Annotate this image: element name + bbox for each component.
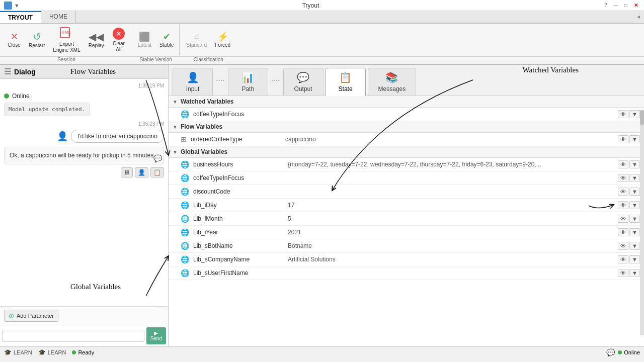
clear-all-button[interactable]: ✕ ClearAll	[109, 26, 129, 55]
global-var-row-libiday: 🌐 Lib_iDay 17 👁 ▼	[169, 199, 644, 212]
app-icon	[4, 2, 12, 10]
restart-button[interactable]: ↺ Restart	[25, 30, 48, 51]
restore-button[interactable]: □	[622, 2, 630, 10]
close-button[interactable]: ✕ Close	[4, 30, 24, 50]
expand-btn-liy[interactable]: ▼	[629, 228, 640, 236]
bot-message-area: Ok, a cappuccino will be ready for picku…	[4, 147, 164, 164]
watch-btn-liy[interactable]: 👁	[618, 228, 628, 236]
watch-btn-lscn[interactable]: 👁	[618, 255, 628, 263]
clear-label: ClearAll	[113, 41, 125, 53]
scrollbar-track[interactable]	[640, 110, 644, 335]
forced-button[interactable]: ⚡ Forced	[211, 30, 234, 50]
tab-tryout[interactable]: TRYOUT	[0, 11, 41, 23]
dialog-input[interactable]	[2, 330, 144, 342]
watch-btn-lid[interactable]: 👁	[618, 201, 628, 209]
tab-input[interactable]: 👤 Input	[173, 68, 213, 96]
stable-button[interactable]: ✔ Stable	[156, 30, 177, 50]
ready-dot	[72, 350, 76, 354]
close-icon: ✕	[11, 32, 18, 41]
watch-btn-1[interactable]: 👁	[618, 110, 628, 118]
expand-btn-ctf[interactable]: ▼	[629, 174, 640, 182]
send-button[interactable]: ▶ Send	[146, 327, 166, 344]
replay-button[interactable]: ◀◀ Replay	[85, 30, 108, 51]
dialog-menu-icon: ☰	[4, 67, 11, 76]
close-button[interactable]: ✕	[632, 2, 640, 10]
globe-icon-dc: 🌐	[181, 188, 189, 196]
titlebar-left: ▼	[4, 2, 20, 10]
help-button[interactable]: ?	[602, 2, 610, 10]
global-variables-header[interactable]: ▼ Global Variables	[169, 146, 644, 158]
flow-arrow: ▼	[173, 124, 178, 130]
send-label: Send	[150, 336, 162, 341]
flow-var-value-1: cappuccino	[285, 136, 614, 143]
globe-icon-lim: 🌐	[181, 215, 189, 223]
scrollbar-thumb[interactable]	[640, 110, 644, 125]
user-message-bubble: 👤 I'd like to order an cappuccino	[4, 130, 164, 143]
messages-icon: 📚	[385, 71, 398, 83]
state-icon: 📋	[339, 71, 352, 83]
ready-label: Ready	[78, 349, 94, 355]
flow-variables-header[interactable]: ▼ Flow Variables	[169, 121, 644, 133]
globe-icon-1: 🌐	[181, 110, 189, 118]
watch-btn-ctf[interactable]: 👁	[618, 174, 628, 182]
variables-panel: ▼ Watched Variables 🌐 coffeeTypeInFocus …	[169, 96, 644, 346]
expand-btn-dc[interactable]: ▼	[629, 188, 640, 196]
expand-btn-lim[interactable]: ▼	[629, 215, 640, 223]
tab-state[interactable]: 📋 State	[326, 68, 366, 96]
globe-icon-lsufn: 🌐	[181, 269, 189, 277]
titlebar: ▼ Tryout ? ─ □ ✕	[0, 0, 644, 11]
expand-btn-bh[interactable]: ▼	[629, 160, 640, 168]
classification-label: Classification	[194, 57, 223, 62]
bot-bubble: Ok, a cappuccino will be ready for picku…	[4, 147, 164, 164]
tab-path[interactable]: 📊 Path	[228, 68, 268, 96]
input-label: Input	[186, 85, 200, 93]
export-engine-button[interactable]: XML ↓ Export Engine XML	[49, 25, 84, 55]
minimize-button[interactable]: ─	[612, 2, 620, 10]
expand-btn-lid[interactable]: ▼	[629, 201, 640, 209]
dialog-params: ⊕ Add Parameter	[0, 306, 168, 325]
dialog-messages: 1:35:19 PM Online Model update completed…	[0, 79, 168, 306]
latest-button[interactable]: ⬛ Latest	[134, 30, 155, 50]
connector-2: ····	[270, 68, 281, 96]
status-text: Online	[12, 93, 30, 100]
standard-button[interactable]: ≡ Standard	[183, 30, 210, 50]
global-var-name-lsufn: Lib_sUserFirstName	[193, 269, 284, 277]
tab-output[interactable]: 💬 Output	[283, 68, 324, 96]
global-var-row-libsuserfirstname: 🌐 Lib_sUserFirstName 👁 ▼	[169, 266, 644, 280]
watch-btn-dc[interactable]: 👁	[618, 188, 628, 196]
tab-messages[interactable]: 📚 Messages	[368, 68, 417, 96]
tab-home[interactable]: HOME	[41, 11, 76, 23]
watch-btn-bh[interactable]: 👁	[618, 160, 628, 168]
global-var-name-lsbn: Lib_sBotName	[193, 242, 284, 249]
expand-btn-lsufn[interactable]: ▼	[629, 269, 640, 277]
stable-label: Stable	[159, 42, 174, 48]
expand-btn-flow-1[interactable]: ▼	[629, 135, 640, 143]
main-tabbar: TRYOUT HOME ◂	[0, 11, 644, 24]
close-label: Close	[8, 42, 21, 48]
watch-btn-lsufn[interactable]: 👁	[618, 269, 628, 277]
standard-label: Standard	[186, 42, 207, 48]
expand-btn-1[interactable]: ▼	[629, 110, 640, 118]
watch-btn-flow-1[interactable]: 👁	[618, 135, 628, 143]
expand-btn-lsbn[interactable]: ▼	[629, 242, 640, 250]
global-var-row-coffeeTypeInFocus: 🌐 coffeeTypeInFocus 👁 ▼	[169, 171, 644, 185]
watch-btn-lsbn[interactable]: 👁	[618, 242, 628, 250]
app-menu-icon[interactable]: ▼	[14, 3, 20, 9]
watched-variables-header[interactable]: ▼ Watched Variables	[169, 96, 644, 108]
global-var-value-lim: 5	[288, 215, 614, 222]
right-panel: 👤 Input ···· 📊 Path ···· 💬 Output 📋 Stat…	[169, 65, 644, 346]
action-btn-1[interactable]: 🖥	[121, 167, 133, 177]
global-var-row-libiyear: 🌐 Lib_iYear 2021 👁 ▼	[169, 226, 644, 239]
globe-icon-bh: 🌐	[181, 160, 189, 168]
global-var-actions-liy: 👁 ▼	[618, 228, 640, 236]
watch-btn-lim[interactable]: 👁	[618, 215, 628, 223]
action-btn-2[interactable]: 👤	[135, 167, 148, 177]
bot-icon: 💬	[153, 154, 162, 162]
expand-btn-lscn[interactable]: ▼	[629, 255, 640, 263]
add-parameter-button[interactable]: ⊕ Add Parameter	[4, 310, 58, 322]
expand-button[interactable]: ◂	[633, 11, 644, 23]
online-dot	[4, 94, 9, 99]
toolbar-wrapper: ✕ Close ↺ Restart XML ↓ Export Engine XM…	[0, 24, 644, 65]
watched-var-name-1: coffeeTypeInFocus	[193, 111, 284, 118]
action-btn-3[interactable]: 📋	[150, 167, 164, 177]
